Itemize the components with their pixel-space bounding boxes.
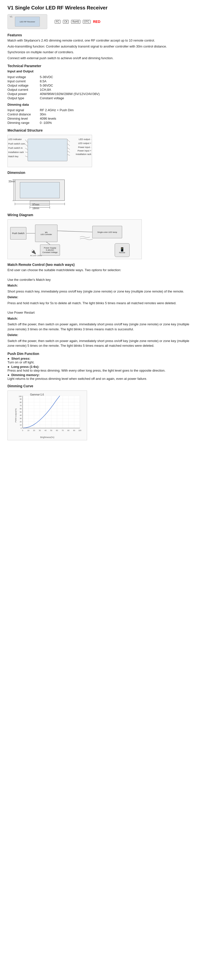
param-label: Output current: [8, 88, 40, 92]
param-value: 30m: [40, 112, 76, 116]
dim-label-18mm: 18mm: [32, 207, 39, 210]
certification-icons: FC C€ RoHS OTC RED: [55, 20, 100, 24]
param-label: Output power: [8, 92, 40, 96]
product-header: V1 LED RF Receiver FC C€ RoHS OTC RED: [8, 14, 191, 29]
svg-text:0: 0: [22, 430, 23, 431]
dim-label-97mm: 97mm: [32, 203, 39, 206]
push-dim-heading: Push Dim Function: [8, 352, 191, 356]
delete1-title: Delete:: [8, 295, 18, 299]
dimension-heading: Dimension: [8, 171, 191, 175]
wiring-heading: Wiring Diagram: [8, 213, 191, 217]
svg-text:90: 90: [20, 398, 22, 400]
wiring-diagram: Push Switch V1 LED Controller Power Supp…: [8, 220, 142, 259]
param-label: Output voltage: [8, 83, 40, 88]
param-value: RF 2.4GHz + Push Dim: [40, 108, 76, 112]
device-body: [28, 139, 67, 161]
svg-line-20: [57, 231, 92, 232]
mech-label-inst-rack-right: Installation rack: [76, 153, 91, 156]
param-value: 1CH,8A: [40, 88, 102, 92]
svg-text:0: 0: [21, 427, 22, 429]
svg-line-0: [25, 140, 28, 143]
param-label: Input current: [8, 79, 40, 83]
push-dim-section: Push Dim Function Short press: Turn on o…: [8, 352, 191, 380]
svg-text:60: 60: [20, 408, 22, 410]
param-value: 0 -100%: [40, 121, 76, 125]
svg-text:80: 80: [20, 401, 22, 403]
match-remote-section: Match Remote Control (two match ways) En…: [8, 262, 191, 348]
curve-svg: 0 10 20 30 40 50 60 70 80 90 100 0 10 20…: [15, 396, 82, 434]
features-heading: Features: [8, 33, 191, 37]
mech-label-power-in: Power input -: [78, 146, 91, 148]
svg-line-6: [67, 144, 70, 146]
otc-cert: OTC: [83, 20, 91, 24]
io-params-table: Input voltage 5-36VDC Input current 8.5A…: [8, 75, 102, 100]
param-label: Dimming level: [8, 116, 40, 121]
svg-text:70: 70: [62, 430, 64, 431]
wiring-section: Wiring Diagram Push Switch V1 LED Contro…: [8, 213, 191, 259]
dimension-diagram: 33mm 97mm 18mm: [8, 177, 77, 210]
mech-label-match-key: Match key: [8, 155, 18, 158]
param-row: Dimming range 0 -100%: [8, 121, 76, 125]
power-supply-box: Power Supply5-36VDCConstant Voltage: [40, 245, 60, 256]
feature-line-1: Match with Skydance's 2.4G dimming remot…: [8, 38, 191, 43]
feature-line-4: Connect with external push switch to ach…: [8, 56, 191, 61]
dimming-curve-diagram: Gamma=1.6 Brightness(%) PWM output(%): [8, 390, 87, 440]
short-press-text: Turn on or off light.: [8, 360, 34, 364]
push-dim-item-2: Long press (1-6s): Press and hold to ste…: [8, 365, 191, 372]
mechanical-heading: Mechanical Structure: [8, 128, 191, 132]
push-dim-item-1: Short press: Turn on or off light.: [8, 357, 191, 364]
mech-label-inst-rack-left: Installation rack: [8, 151, 24, 153]
ac-label: AC100~240V: [30, 255, 42, 257]
param-row: Input current 8.5A: [8, 79, 102, 83]
delete2-title: Delete:: [8, 333, 18, 337]
match2-title: Match:: [8, 317, 18, 320]
fc-cert: FC: [55, 20, 60, 24]
param-row: Input signal RF 2.4GHz + Push Dim: [8, 108, 76, 112]
v1-controller-box: V1 LED Controller: [35, 224, 57, 242]
param-row: Input voltage 5-36VDC: [8, 75, 102, 79]
page-title: V1 Single Color LED RF Wireless Receiver: [8, 5, 191, 11]
match1-title: Match:: [8, 283, 18, 287]
param-value: 5-36VDC: [40, 75, 102, 79]
svg-text:80: 80: [67, 430, 69, 431]
param-value: 4096 levels: [40, 116, 76, 121]
push-dim-list: Short press: Turn on or off light. Long …: [8, 357, 191, 380]
dimming-curve-section: Dimming Curve Gamma=1.6 Brightness(%) PW…: [8, 384, 191, 440]
svg-line-1: [25, 144, 28, 146]
mechanical-section: Mechanical Structure LED Indicator Push …: [8, 128, 191, 167]
push-switch-label: Push Switch: [12, 232, 25, 235]
svg-text:30: 30: [20, 418, 22, 419]
short-press-label: Short press:: [11, 357, 30, 360]
ce-cert: C€: [63, 20, 68, 24]
svg-line-8: [67, 151, 70, 153]
mech-label-power-inp: Power input +: [78, 150, 91, 152]
push-dim-item-3: Dimming memory: Light returns to the pre…: [8, 373, 191, 380]
delete1-text: Press and hold match key for 5s to delet…: [8, 301, 191, 306]
svg-line-9: [67, 154, 70, 156]
svg-text:10: 10: [27, 430, 29, 431]
param-label: Input voltage: [8, 75, 40, 79]
dimension-section: Dimension 33mm 97mm 18mm: [8, 171, 191, 210]
svg-text:90: 90: [73, 430, 75, 431]
plug-icon: 🔌: [30, 249, 36, 255]
param-value: 40W/96W/192W/288W (5V/12V/24V/36V): [40, 92, 102, 96]
dim-params-table: Input signal RF 2.4GHz + Push Dim Contro…: [8, 108, 76, 125]
dim-label-33mm: 33mm: [8, 180, 16, 183]
dimming-memory-label: Dimming memory:: [11, 373, 40, 377]
svg-text:20: 20: [33, 430, 35, 431]
long-press-text: Press and hold to step-less dimming. Wit…: [8, 369, 166, 372]
dimming-data-sub: Dimming data: [8, 102, 191, 107]
param-value: Constant voltage: [40, 96, 102, 100]
mech-label-led-out: LED output -: [79, 138, 91, 140]
param-row: Output power 40W/96W/192W/288W (5V/12V/2…: [8, 92, 102, 96]
svg-line-2: [25, 148, 28, 150]
long-press-label: Long press (1-6s):: [11, 365, 39, 369]
svg-line-4: [25, 156, 28, 157]
param-label: Control distance: [8, 112, 40, 116]
param-row: Output voltage 5-36VDC: [8, 83, 102, 88]
svg-text:40: 40: [45, 430, 46, 431]
remote-icon: 📱: [119, 247, 125, 252]
mechanical-diagram: LED Indicator Push switch com Push switc…: [8, 135, 92, 167]
param-row: Control distance 30m: [8, 112, 76, 116]
technical-heading: Technical Parameter: [8, 64, 191, 68]
